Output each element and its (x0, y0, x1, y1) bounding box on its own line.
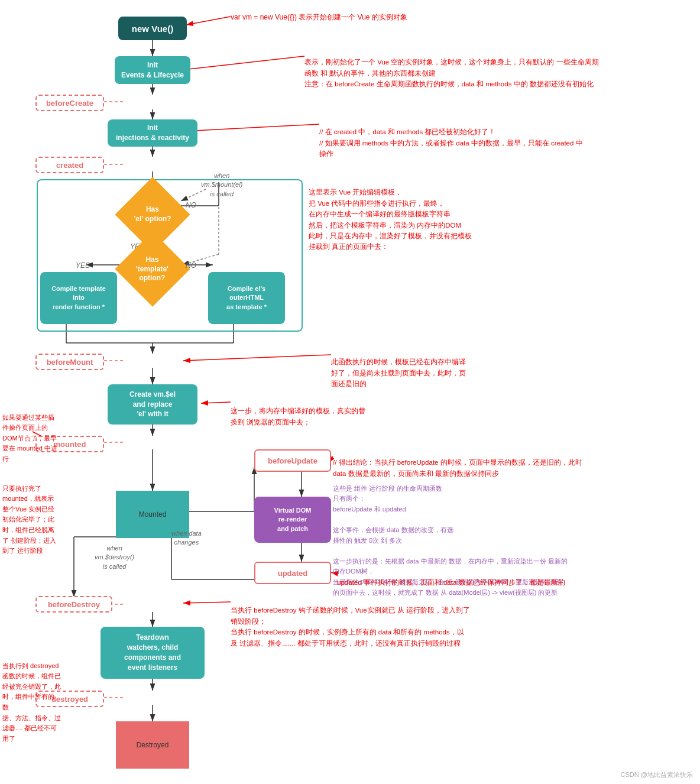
new-vue-label: new Vue() (132, 22, 173, 35)
init-events-annotation: 表示，刚初始化了一个 Vue 空的实例对象，这时候，这个对象身上，只有默认的 一… (304, 46, 600, 90)
no-label-el: NO (186, 201, 196, 209)
created-annotation: // 在 created 中，data 和 methods 都已经被初始化好了！… (319, 116, 585, 160)
compile-el-label: Compile el's outerHTML as template * (224, 282, 269, 314)
before-mount-annotation: 此函数执行的时候，模板已经在内存中编译 好了，但是尚未挂载到页面中去，此时，页 … (331, 346, 466, 390)
init-events-label: Init Events & Lifecycle (121, 60, 184, 80)
new-vue-annotation: var vm = new Vue({}) 表示开始创建一个 Vue 的实例对象 (231, 12, 407, 23)
when-destroy-label: whenvm.$destroy()is called (95, 544, 134, 571)
svg-line-41 (183, 602, 231, 603)
destroyed-circle-label: Destroyed (137, 741, 169, 749)
has-el-label: Has'el' option? (134, 205, 171, 223)
compile-el-box: Compile el's outerHTML as template * (208, 272, 285, 324)
teardown-label: Teardown watchers, child components and … (124, 633, 181, 672)
svg-line-36 (183, 124, 319, 131)
created-label: created (56, 161, 83, 170)
updated-annotation: updated 事件执行的时候，页面和 data 数据已经保持同步了，都是最新的 (337, 566, 565, 588)
updated-label: updated (278, 569, 308, 578)
before-update-box: beforeUpdate (254, 449, 331, 472)
create-vm-annotation: 这一步，将内存中编译好的模板，真实的替 换到 浏览器的页面中去； (231, 395, 365, 427)
init-events-box: Init Events & Lifecycle (115, 56, 190, 84)
before-update-label: beforeUpdate (268, 456, 317, 465)
svg-line-38 (201, 402, 231, 403)
before-mount-box: beforeMount (35, 354, 104, 370)
init-injections-label: Init injections & reactivity (116, 123, 189, 143)
compile-template-label: Compile template into render function * (49, 282, 108, 314)
vdom-label: Virtual DOM re-render and patch (274, 506, 312, 533)
destroyed-left-annotation: 当执行到 destroyed 函数的时候，组件已 经被完全销毁了，此时，组件中所… (2, 650, 61, 744)
mounted-circle-label: Mounted (139, 510, 167, 519)
before-destroy-box: beforeDestroy (35, 596, 112, 613)
created-box: created (35, 157, 104, 173)
before-destroy-label: beforeDestroy (48, 600, 100, 609)
create-vm-box: Create vm.$el and replace 'el' with it (108, 384, 197, 425)
init-injections-box: Init injections & reactivity (108, 119, 197, 147)
no-label-template: NO (186, 261, 196, 270)
teardown-box: Teardown watchers, child components and … (101, 627, 205, 679)
has-template-label: Has'template'option? (136, 255, 168, 283)
updated-box: updated (254, 562, 331, 584)
create-vm-label: Create vm.$el and replace 'el' with it (129, 390, 176, 419)
new-vue-box: new Vue() (118, 17, 187, 40)
when-mount-label: whenvm.$mount(el)is called (201, 171, 242, 199)
yes-label-template: YES (76, 261, 90, 270)
before-create-label: beforeCreate (46, 99, 93, 108)
when-data-changes-label: when datachanges (171, 529, 202, 547)
svg-line-37 (183, 355, 331, 361)
mounted-note: 只要执行完了 mounted，就表示 整个Vue 实例已经初始化完毕了；此时，组… (2, 473, 59, 556)
before-create-box: beforeCreate (35, 95, 104, 111)
svg-line-35 (183, 56, 304, 70)
diagram-container: new Vue() Init Events & Lifecycle before… (0, 0, 700, 784)
watermark: CSDN @地比益素浓快乐 (621, 770, 693, 779)
destroyed-circle: Destroyed (116, 721, 189, 769)
before-mount-label: beforeMount (47, 358, 93, 367)
svg-line-34 (186, 17, 231, 25)
compile-template-box: Compile template into render function * (40, 272, 117, 324)
vdom-box: Virtual DOM re-render and patch (254, 497, 331, 543)
mounted-left-annotation: 如果要通过某些插件操作页面上的DOM节点了，最早要在 mounted 中进行 (2, 402, 59, 465)
before-destroy-annotation: 当执行 beforeDestroy 钩子函数的时候，Vue实例就已 从 运行阶段… (231, 594, 470, 649)
has-el-no-annotation: 这里表示 Vue 开始编辑模板， 把 Vue 代码中的那些指令进行执行，最终， … (309, 176, 472, 252)
